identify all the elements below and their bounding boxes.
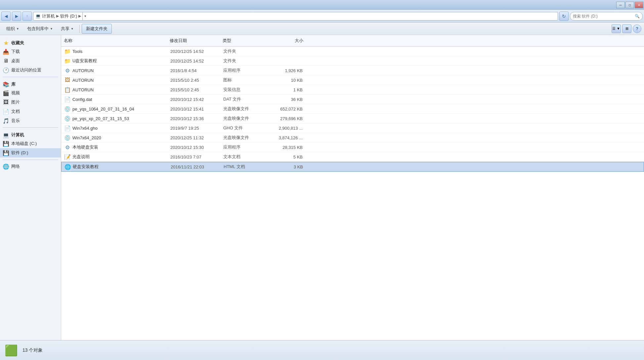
table-row[interactable]: 📋 AUTORUN 2015/5/10 2:45 安装信息 1 KB	[61, 85, 644, 95]
file-icon: 📁	[64, 57, 71, 65]
organize-button[interactable]: 组织 ▼	[3, 24, 23, 34]
share-button[interactable]: 共享 ▼	[57, 24, 77, 34]
file-list: 📁 Tools 2020/12/25 14:52 文件夹 📁 U盘安装教程 20…	[61, 47, 644, 340]
minimize-button[interactable]: ─	[616, 2, 625, 8]
file-icon: ⚙	[64, 144, 71, 151]
sidebar-item-video[interactable]: 🎬 视频	[0, 88, 61, 98]
downloads-icon: 📥	[3, 48, 9, 55]
sidebar-item-pictures[interactable]: 🖼 图片	[0, 98, 61, 107]
table-row[interactable]: 📝 光盘说明 2016/10/23 7:07 文本文档 5 KB	[61, 152, 644, 162]
file-type: 应用程序	[223, 68, 270, 73]
favorites-group: ★ 收藏夹	[0, 38, 61, 47]
up-button[interactable]: ↑	[22, 12, 32, 21]
sidebar-item-network[interactable]: 🌐 网络	[0, 162, 61, 171]
file-area: 名称 修改日期 类型 大小 📁 Tools 2020/12/25 14:52 文…	[61, 35, 644, 340]
computer-icon: 💻	[3, 132, 9, 138]
file-icon: 📄	[64, 96, 71, 103]
include-library-label: 包含到库中	[27, 26, 49, 32]
col-header-date[interactable]: 修改日期	[167, 36, 220, 45]
sidebar-item-downloads[interactable]: 📥 下载	[0, 47, 61, 56]
video-label: 视频	[11, 90, 20, 96]
maximize-button[interactable]: □	[625, 2, 634, 8]
organize-arrow: ▼	[16, 27, 19, 30]
file-date: 2020/10/12 15:30	[170, 145, 223, 150]
table-row[interactable]: 💿 pe_yqs_xp_20_07_31_15_53 2020/10/12 15…	[61, 114, 644, 123]
back-button[interactable]: ◀	[1, 12, 11, 21]
breadcrumb-drive[interactable]: 软件 (D:)	[60, 13, 77, 19]
col-header-size[interactable]: 大小	[266, 36, 306, 45]
pictures-label: 图片	[11, 99, 20, 105]
table-row[interactable]: 📁 Tools 2020/12/25 14:52 文件夹	[61, 47, 644, 56]
recent-icon: 🕐	[3, 67, 9, 73]
file-name: AUTORUN	[71, 78, 170, 83]
table-row[interactable]: 🌐 硬盘安装教程 2016/11/21 22:03 HTML 文档 3 KB	[61, 162, 644, 172]
downloads-label: 下载	[11, 49, 20, 55]
file-size: 1,926 KB	[270, 68, 309, 73]
close-button[interactable]: ✕	[635, 2, 643, 8]
breadcrumb-computer[interactable]: 计算机	[42, 13, 55, 19]
breadcrumb[interactable]: 💻 计算机 ▶ 软件 (D:) ▶ ▼	[33, 12, 558, 21]
file-icon: 📋	[64, 86, 71, 93]
table-row[interactable]: ⚙ 本地硬盘安装 2020/10/12 15:30 应用程序 28,315 KB	[61, 143, 644, 152]
file-name: Tools	[71, 49, 170, 54]
library-label: 库	[11, 81, 16, 87]
file-name: Win7x64.gho	[71, 126, 170, 131]
drive-d-icon: 💾	[3, 150, 9, 156]
table-row[interactable]: 💿 Win7x64_2020 2020/12/25 11:32 光盘映像文件 3…	[61, 133, 644, 143]
file-list-header: 名称 修改日期 类型 大小	[61, 35, 644, 47]
details-button[interactable]: ⊞	[622, 24, 631, 33]
sidebar-divider-1	[3, 77, 58, 77]
sidebar-divider-3	[3, 159, 58, 160]
library-group: 📚 库	[0, 79, 61, 88]
organize-label: 组织	[6, 26, 15, 32]
file-date: 2019/9/7 19:25	[170, 126, 223, 131]
col-header-type[interactable]: 类型	[220, 36, 266, 45]
file-date: 2020/12/25 14:52	[170, 49, 223, 54]
col-header-name[interactable]: 名称	[61, 36, 167, 45]
status-bar: 🟩 13 个对象	[0, 340, 644, 360]
forward-button[interactable]: ▶	[12, 12, 21, 21]
drive-c-icon: 💾	[3, 140, 9, 147]
new-folder-button[interactable]: 新建文件夹	[82, 24, 112, 34]
file-size: 28,315 KB	[270, 145, 309, 150]
sidebar-item-recent[interactable]: 🕐 最近访问的位置	[0, 66, 61, 75]
file-size: 36 KB	[270, 97, 309, 102]
search-bar[interactable]: 🔍	[570, 12, 643, 21]
search-input[interactable]	[573, 14, 633, 19]
file-icon: 🌐	[64, 163, 71, 170]
sidebar-item-drive-c[interactable]: 💾 本地磁盘 (C:)	[0, 139, 61, 148]
sidebar-item-music[interactable]: 🎵 音乐	[0, 116, 61, 125]
file-name: U盘安装教程	[71, 58, 170, 64]
toolbar-right: ☰ ▼ ⊞ ?	[612, 24, 641, 33]
favorites-icon: ★	[3, 40, 9, 46]
sidebar-item-documents[interactable]: 📄 文档	[0, 107, 61, 116]
sidebar-divider-2	[3, 127, 58, 128]
table-row[interactable]: 🖼 AUTORUN 2015/5/10 2:45 图标 10 KB	[61, 75, 644, 85]
table-row[interactable]: 💿 pe_yqs_1064_20_07_31_16_04 2020/10/12 …	[61, 104, 644, 114]
view-button[interactable]: ☰ ▼	[612, 24, 621, 33]
refresh-button[interactable]: ↻	[559, 12, 569, 21]
library-section: 📚 库 🎬 视频 🖼 图片 📄 文档 🎵 音乐	[0, 79, 61, 125]
documents-label: 文档	[11, 109, 20, 114]
table-row[interactable]: 📄 Win7x64.gho 2019/9/7 19:25 GHO 文件 2,90…	[61, 123, 644, 133]
file-name: Config.dat	[71, 97, 170, 102]
file-size: 3,874,126 ...	[270, 135, 309, 140]
include-library-arrow: ▼	[50, 27, 53, 30]
table-row[interactable]: 📄 Config.dat 2020/10/12 15:42 DAT 文件 36 …	[61, 95, 644, 104]
network-label: 网络	[11, 163, 20, 169]
file-type: 光盘映像文件	[223, 115, 270, 121]
sidebar-item-desktop[interactable]: 🖥 桌面	[0, 56, 61, 66]
table-row[interactable]: ⚙ AUTORUN 2016/1/8 4:54 应用程序 1,926 KB	[61, 66, 644, 75]
table-row[interactable]: 📁 U盘安装教程 2020/12/25 14:52 文件夹	[61, 56, 644, 66]
computer-group: 💻 计算机	[0, 130, 61, 139]
include-library-button[interactable]: 包含到库中 ▼	[23, 24, 57, 34]
file-icon: 💿	[64, 105, 71, 112]
breadcrumb-dropdown[interactable]: ▼	[82, 12, 88, 21]
file-size: 2,900,813 ...	[270, 126, 309, 131]
toolbar: 组织 ▼ 包含到库中 ▼ 共享 ▼ 新建文件夹 ☰ ▼ ⊞ ?	[0, 22, 644, 35]
sidebar-item-drive-d[interactable]: 💾 软件 (D:)	[0, 148, 61, 158]
file-name: pe_yqs_xp_20_07_31_15_53	[71, 116, 170, 121]
help-button[interactable]: ?	[633, 24, 641, 33]
breadcrumb-separator-1: ▶	[56, 14, 59, 18]
favorites-label: 收藏夹	[11, 40, 24, 46]
